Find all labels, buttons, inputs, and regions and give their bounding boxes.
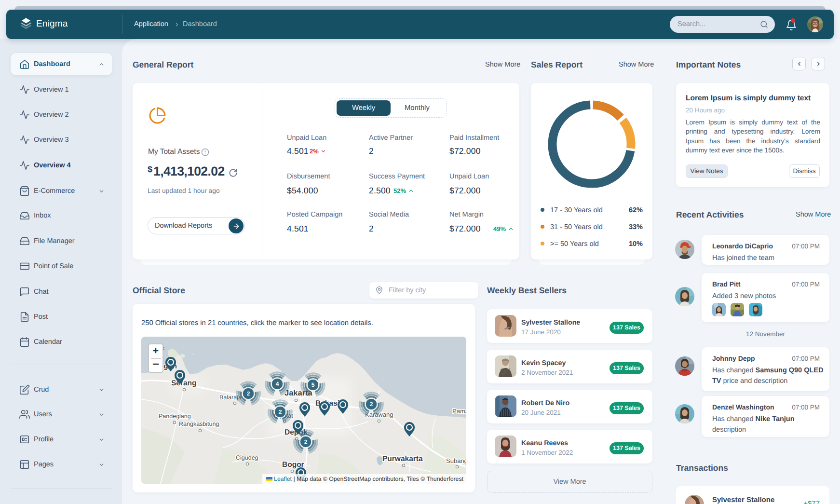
svg-text:Purwakarta: Purwakarta (382, 455, 423, 463)
svg-text:2: 2 (370, 401, 373, 408)
svg-text:Subang: Subang (446, 457, 466, 464)
svg-text:2: 2 (247, 390, 250, 397)
svg-text:2: 2 (304, 438, 308, 445)
svg-text:Rangkasbitung: Rangkasbitung (179, 421, 219, 427)
svg-text:Cigudeg: Cigudeg (236, 454, 258, 461)
svg-text:5: 5 (312, 381, 315, 388)
svg-text:Pama: Pama (452, 408, 466, 415)
svg-text:Pandeglang: Pandeglang (159, 413, 191, 420)
svg-text:4: 4 (276, 381, 279, 387)
svg-text:2: 2 (279, 409, 282, 415)
svg-text:Serang: Serang (171, 379, 197, 387)
